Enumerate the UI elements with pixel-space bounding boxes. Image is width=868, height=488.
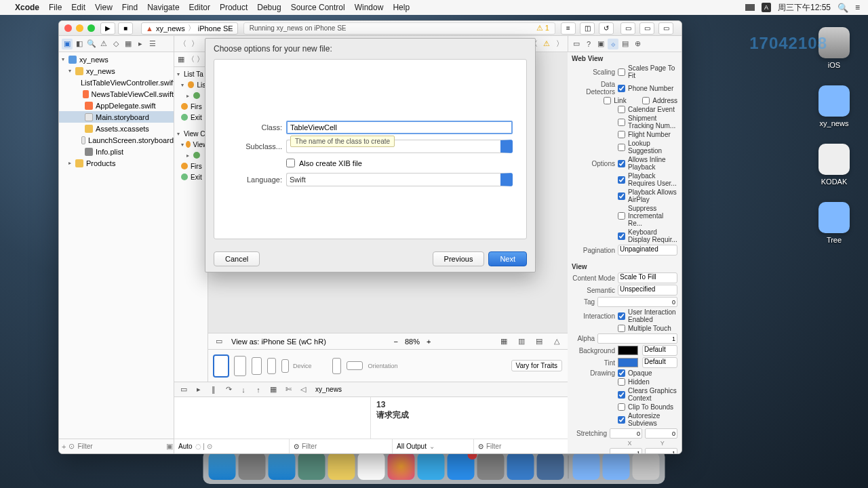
toggle-inspector-button[interactable]: ▭ [658,22,673,35]
back-button[interactable]: 〈 [177,39,188,49]
device-se[interactable] [267,358,276,374]
align-icon[interactable]: ▥ [516,336,527,347]
opaque-checkbox[interactable] [618,369,625,377]
add-icon[interactable]: + [62,443,66,451]
menu-product[interactable]: Product [220,3,248,12]
step-in-icon[interactable]: ↓ [238,384,249,395]
issue-navigator-tab[interactable]: ⚠ [98,39,109,49]
constraints-icon[interactable]: ▦ [498,336,509,347]
test-navigator-tab[interactable]: ◇ [111,39,121,49]
close-button[interactable] [64,24,72,32]
recent-icon[interactable]: ▣ [166,442,173,451]
editor-assistant-button[interactable]: ◫ [580,22,595,35]
device-regular[interactable] [252,357,262,375]
run-button[interactable]: ▶ [100,22,115,35]
previous-button[interactable]: Previous [433,251,485,266]
dd-phone-checkbox[interactable] [618,85,625,92]
dd-link-checkbox[interactable] [604,97,611,104]
debug-process[interactable]: xy_news [315,386,342,393]
attributes-inspector-tab[interactable]: ⟐ [608,39,618,49]
display-icon[interactable] [745,4,755,11]
menu-editor[interactable]: Editor [189,3,210,12]
console-output[interactable]: 13 请求完成 [371,397,568,439]
next-button[interactable]: Next [488,251,527,266]
view-debug-icon[interactable]: ▦ [268,384,279,395]
toggle-debug-button[interactable]: ▭ [639,22,654,35]
vary-for-traits-button[interactable]: Vary for Traits [511,360,563,371]
input-source-icon[interactable]: A [762,3,771,12]
menubar-clock[interactable]: 周三下午12:55 [778,2,831,14]
uie-checkbox[interactable] [618,312,625,320]
menu-window[interactable]: Window [355,3,384,12]
menu-file[interactable]: File [49,3,62,12]
outline-toggle-button[interactable]: ▭ [214,336,224,347]
dock-messages[interactable] [418,453,445,480]
editor-standard-button[interactable]: ≡ [561,22,576,35]
output-scope[interactable]: All Output [397,443,427,450]
view-as-selector[interactable]: View as: iPhone SE (wC hR) [231,338,326,346]
zoom-in-button[interactable]: + [427,338,431,346]
menu-view[interactable]: View [95,3,113,12]
connections-inspector-tab[interactable]: ⊕ [632,39,643,49]
tint-color-swatch[interactable] [618,358,638,367]
warning-icon[interactable]: ⚠︎ 1 [536,24,549,33]
opt-keyboard-checkbox[interactable] [618,232,625,240]
dock-settings[interactable] [477,453,505,480]
stretch-w-field[interactable] [610,448,642,453]
breakpoints-icon[interactable]: ▸ [193,384,204,395]
auto-scope[interactable]: Auto [178,443,193,450]
dock-launchpad[interactable] [239,453,266,480]
outline-item[interactable]: ▾List [174,79,208,90]
menu-navigate[interactable]: Navigate [147,3,179,12]
multitouch-checkbox[interactable] [618,325,625,332]
canvas-forward[interactable]: 〉 [554,39,565,49]
device-4s[interactable] [281,359,289,373]
bg-color-swatch[interactable] [618,346,638,355]
outline-item[interactable]: ▸ [174,150,208,161]
hidden-checkbox[interactable] [618,378,625,386]
dock-trash[interactable] [633,453,660,480]
opt-airplay-checkbox[interactable] [618,192,625,200]
file-assets[interactable]: Assets.xcassets [59,123,174,134]
dock-folder[interactable] [573,453,600,480]
step-over-icon[interactable]: ↷ [223,384,234,395]
scheme-selector[interactable]: ▲ xy_news 〉 iPhone SE [141,22,238,35]
tag-field[interactable] [597,297,677,307]
file-inspector-tab[interactable]: ▭ [571,39,582,49]
dd-ship-checkbox[interactable] [618,119,625,126]
language-dropdown[interactable]: Swift [286,173,513,186]
clip-checkbox[interactable] [618,403,625,411]
minimize-button[interactable] [76,24,83,32]
pagination-dropdown[interactable]: Unpaginated [618,245,677,256]
outline-toggle-icon[interactable]: ▦ [177,54,185,65]
editor-version-button[interactable]: ↺ [599,22,614,35]
cancel-button[interactable]: Cancel [214,251,260,266]
class-name-input[interactable] [286,121,513,134]
stretch-y-field[interactable] [645,428,677,439]
report-navigator-tab[interactable]: ☰ [147,39,158,49]
project-navigator-tab[interactable]: ▣ [62,39,73,49]
variables-view[interactable] [174,397,371,439]
scales-checkbox[interactable] [618,68,625,76]
file-appdelegate[interactable]: AppDelegate.swift [59,100,174,111]
file-list-tvc[interactable]: ListTableViewController.swift [59,77,174,88]
outline-item[interactable]: Exit [174,112,208,123]
outline-item[interactable]: Exit [174,171,208,182]
dock-notes[interactable] [328,453,355,480]
zoom-out-button[interactable]: − [393,338,397,346]
folder-xynews[interactable]: ▾xy_news [59,65,174,77]
resolve-icon[interactable]: △ [551,336,562,347]
debug-hide-icon[interactable]: ▭ [178,384,189,395]
forward-button[interactable]: 〉 [189,39,200,49]
dock-mail[interactable] [298,453,326,480]
variables-filter[interactable] [302,443,388,450]
dock-photos[interactable] [388,453,415,480]
step-out-icon[interactable]: ↑ [253,384,264,395]
identity-inspector-tab[interactable]: ▣ [595,39,606,49]
dd-cal-checkbox[interactable] [618,106,625,113]
dock-xcode[interactable] [507,453,534,480]
filter-icon[interactable]: ⊙ [68,442,75,451]
opt-suppress-checkbox[interactable] [618,212,625,220]
content-mode-dropdown[interactable]: Scale To Fill [618,272,677,283]
desktop-item-kodak[interactable]: KODAK [814,144,854,186]
